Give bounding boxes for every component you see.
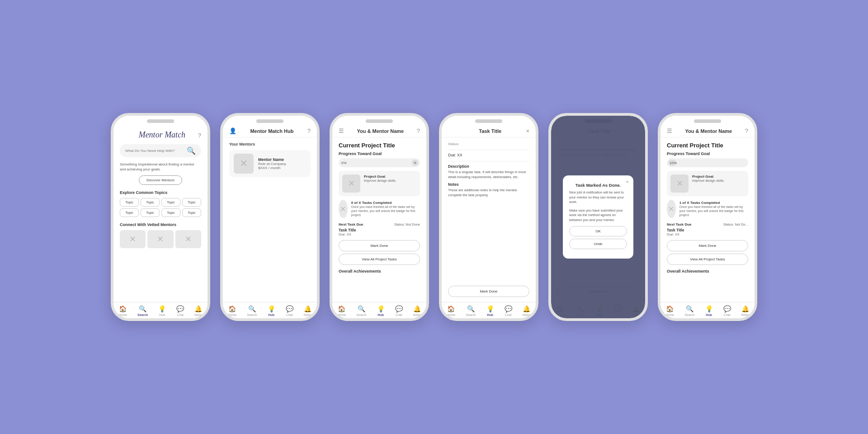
mentor-thumb: ✕ xyxy=(120,230,146,248)
goal-title6: Project Goal xyxy=(692,175,725,179)
topic-chip[interactable]: Topic xyxy=(141,208,160,217)
nav-hub[interactable]: 💡Hub xyxy=(705,305,713,316)
phone2-nav: 🏠Home 🔍Search 💡Hub 💬Chat 🔔News xyxy=(223,302,317,318)
modal-undo-button[interactable]: Undo xyxy=(569,239,627,249)
nav-hub[interactable]: 💡Hub xyxy=(158,305,166,316)
due-value: Due: XX xyxy=(448,153,529,157)
mark-done-button[interactable]: Mark Done xyxy=(339,240,420,251)
nav-search[interactable]: 🔍Search xyxy=(684,305,694,316)
modal-close-icon[interactable]: × xyxy=(626,179,629,184)
screen1-phone: Mentor Match ? 🔍 Something inspirational… xyxy=(111,113,210,321)
progress-label6: 10% xyxy=(670,161,677,165)
phone3-nav: 🏠Home 🔍Search 💡Hub 💬Chat 🔔News xyxy=(332,302,426,318)
person-icon[interactable]: 👤 xyxy=(229,127,236,134)
nav-home[interactable]: 🏠Home xyxy=(338,305,346,316)
phone1-nav: 🏠Home 🔍Search 💡Hub 💬Chat 🔔News xyxy=(113,302,208,318)
mentor-info: Mentor Name Role at Company $XXX / month xyxy=(258,157,286,170)
modal-ok-button[interactable]: OK xyxy=(569,226,627,236)
nav-hub[interactable]: 💡Hub xyxy=(268,305,275,316)
next-task-label6: Next Task Due xyxy=(667,222,692,226)
nav-search[interactable]: 🔍Search xyxy=(466,305,476,316)
goal-info6: Project Goal Improve design skills. xyxy=(692,175,725,193)
menu-icon[interactable]: ☰ xyxy=(339,127,344,134)
view-all-button[interactable]: View All Project Tasks xyxy=(339,254,420,265)
nav-hub[interactable]: 💡Hub xyxy=(486,305,494,316)
help-icon-2[interactable]: ? xyxy=(307,127,311,134)
badge-desc: Once you have finished all of the tasks … xyxy=(351,205,420,217)
task-due6: Due: XX xyxy=(667,232,748,236)
nav-chat[interactable]: 💬Chat xyxy=(176,305,184,316)
nav-home[interactable]: 🏠Home xyxy=(118,305,127,316)
nav-search[interactable]: 🔍Search xyxy=(356,305,366,316)
nav-search[interactable]: 🔍Search xyxy=(137,305,148,316)
mark-done-button6[interactable]: Mark Done xyxy=(667,240,748,251)
modal-body1: Nice job! A notification will be sent to… xyxy=(569,190,627,205)
progress-btn[interactable]: ✕ xyxy=(412,160,418,166)
next-task-header6: Next Task Due Status: Not Do... xyxy=(667,222,748,226)
nav-home[interactable]: 🏠Home xyxy=(666,305,675,316)
status-label: Status: xyxy=(448,142,529,146)
phone1-content: Mentor Match ? 🔍 Something inspirational… xyxy=(113,123,208,318)
screen6-phone: ☰ You & Mentor Name ? Current Project Ti… xyxy=(658,113,757,321)
nav-chat[interactable]: 💬Chat xyxy=(395,305,403,316)
connect-title: Connect With Vetted Mentors xyxy=(120,222,201,227)
nav-chat[interactable]: 💬Chat xyxy=(505,305,512,316)
mark-done-button[interactable]: Mark Done xyxy=(448,286,529,297)
nav-search[interactable]: 🔍Search xyxy=(247,305,257,316)
goal-thumb: ✕ xyxy=(342,175,360,193)
project-header-title6: You & Mentor Name xyxy=(672,128,745,134)
nav-home[interactable]: 🏠Home xyxy=(447,305,456,316)
topic-chip[interactable]: Topic xyxy=(161,208,180,217)
phone6-header: ☰ You & Mentor Name ? xyxy=(660,123,755,137)
nav-news[interactable]: 🔔News xyxy=(741,305,750,316)
search-bar[interactable]: 🔍 xyxy=(120,144,201,157)
divider xyxy=(448,150,529,150)
phone6-content: ☰ You & Mentor Name ? Current Project Ti… xyxy=(660,123,755,318)
nav-home[interactable]: 🏠Home xyxy=(228,305,237,316)
search-input[interactable] xyxy=(125,149,187,153)
help-icon-6[interactable]: ? xyxy=(745,127,748,134)
topic-chip[interactable]: Topic xyxy=(182,208,201,217)
next-task-label: Next Task Due xyxy=(339,222,363,226)
nav-news[interactable]: 🔔News xyxy=(413,305,421,316)
task-status6: Status: Not Do... xyxy=(723,222,748,226)
your-mentors-title: Your Mentors xyxy=(229,142,311,146)
task-due: Due: XX xyxy=(339,232,420,236)
progress-label: 0% xyxy=(341,161,347,165)
help-icon-3[interactable]: ? xyxy=(417,127,420,134)
badge-desc6: Once you have finished all of the tasks … xyxy=(679,205,748,217)
modal-overlay: × Task Marked As Done. Nice job! A notif… xyxy=(551,116,645,318)
discover-mentors-button[interactable]: Discover Mentors xyxy=(139,175,182,185)
modal-title: Task Marked As Done. xyxy=(569,183,627,188)
phone-notch xyxy=(366,119,393,123)
menu-icon6[interactable]: ☰ xyxy=(667,127,672,134)
help-icon-1[interactable]: ? xyxy=(198,132,201,139)
overall-title6: Overall Achievements xyxy=(667,267,748,274)
task-header-title: Task Title xyxy=(454,128,526,134)
badge-card6: ✕ 1 of X Tasks Completed Once you have f… xyxy=(667,200,748,218)
phone1-body: Mentor Match ? 🔍 Something inspirational… xyxy=(113,123,208,302)
phone-notch xyxy=(475,119,502,123)
due-field: Due: XX xyxy=(448,153,529,157)
topic-chip[interactable]: Topic xyxy=(141,198,160,207)
nav-news[interactable]: 🔔News xyxy=(523,305,531,316)
task-status: Status: Not Done xyxy=(394,222,420,226)
topic-chip[interactable]: Topic xyxy=(161,198,180,207)
nav-chat[interactable]: 💬Chat xyxy=(723,305,731,316)
nav-news[interactable]: 🔔News xyxy=(304,305,312,316)
goal-title: Project Goal xyxy=(364,175,396,179)
description-text: This is a singular task. It will describ… xyxy=(448,170,529,179)
phone-notch xyxy=(147,119,174,123)
nav-hub[interactable]: 💡Hub xyxy=(377,305,385,316)
progress-title: Progress Toward Goal xyxy=(339,151,420,156)
topic-chip[interactable]: Topic xyxy=(120,198,139,207)
phone3-body: Current Project Title Progress Toward Go… xyxy=(332,137,426,302)
nav-chat[interactable]: 💬Chat xyxy=(286,305,293,316)
mentor-role: Role at Company xyxy=(258,162,286,166)
topic-chip[interactable]: Topic xyxy=(182,198,201,207)
close-icon-4[interactable]: × xyxy=(526,127,529,134)
phone2-body: Your Mentors ✕ Mentor Name Role at Compa… xyxy=(223,137,317,302)
topic-chip[interactable]: Topic xyxy=(120,208,139,217)
view-all-button6[interactable]: View All Project Tasks xyxy=(667,254,748,265)
nav-news[interactable]: 🔔News xyxy=(194,305,203,316)
